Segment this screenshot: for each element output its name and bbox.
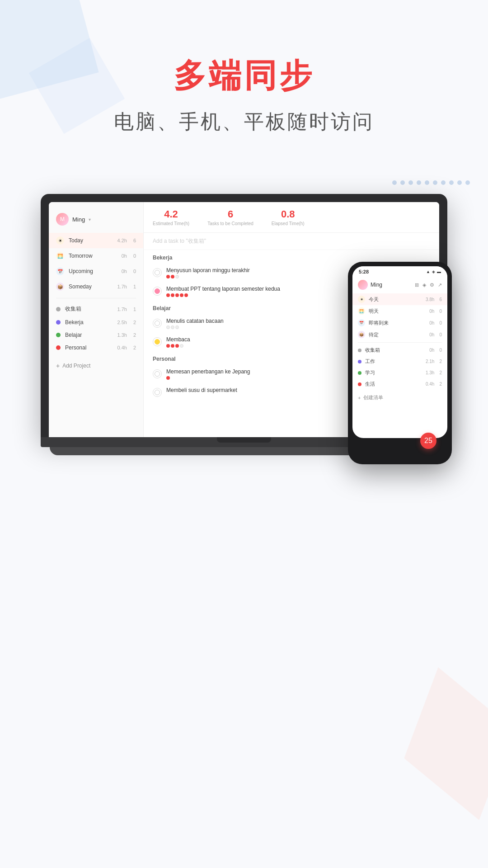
- sidebar-item-upcoming[interactable]: 📅 Upcoming 0h 0: [49, 264, 143, 279]
- bottom-decoration: [352, 687, 488, 868]
- plus-icon: +: [56, 362, 60, 369]
- project-inbox-time: 1.7h: [117, 307, 127, 312]
- dot-3[interactable]: [408, 180, 413, 185]
- phone-time: 5:28: [359, 269, 369, 274]
- nav-today-time: 4.2h: [117, 238, 127, 243]
- phone-nav-tomorrow[interactable]: 🌅 明天 0h 0: [352, 305, 447, 317]
- sun-icon: ☀: [56, 236, 64, 245]
- task-check-2[interactable]: [153, 287, 162, 296]
- project-work-time: 2.5h: [117, 320, 127, 325]
- phone-sun-icon: ☀: [358, 296, 365, 303]
- phone-status-bar: 5:28 ▲ ◈ ▬: [352, 266, 447, 277]
- phone-project-work[interactable]: 工作 2.1h 2: [352, 356, 447, 367]
- stat-tasks: 6 Tasks to be Completed: [207, 208, 253, 226]
- add-project-button[interactable]: + Add Project: [49, 358, 143, 374]
- dot-7[interactable]: [441, 180, 446, 185]
- project-personal-time: 0.4h: [117, 345, 127, 350]
- phone-project-inbox[interactable]: 收集箱 0h 0: [352, 344, 447, 356]
- nav-someday-count: 1: [133, 284, 136, 289]
- nav-today-count: 6: [133, 238, 136, 243]
- phone-tomorrow-time: 0h: [429, 309, 434, 314]
- phone-study-dot: [358, 371, 361, 375]
- phone-someday-label: 待定: [369, 331, 426, 338]
- nav-upcoming-count: 0: [133, 269, 136, 274]
- phone-sunrise-icon: 🌅: [358, 307, 365, 315]
- work-dot: [56, 320, 61, 325]
- sidebar-item-tomorrow[interactable]: 🌅 Tomorrow 0h 0: [49, 248, 143, 264]
- phone-nav-today[interactable]: ☀ 今天 3.8h 6: [352, 293, 447, 305]
- stat-elapsed-label: Elapsed Time(h): [272, 221, 305, 226]
- phone-project-study[interactable]: 学习 1.3h 2: [352, 367, 447, 378]
- phone-life-count: 2: [439, 382, 442, 387]
- project-inbox-count: 1: [133, 307, 136, 312]
- dot-9[interactable]: [457, 180, 462, 185]
- task-stars-5: [166, 376, 250, 380]
- phone-inbox-dot: [358, 349, 361, 352]
- phone-work-label: 工作: [365, 358, 422, 365]
- nav-someday-label: Someday: [69, 283, 113, 290]
- dot-8[interactable]: [449, 180, 454, 185]
- phone-fab-count: 25: [424, 437, 432, 445]
- phone-nav-someday[interactable]: 📦 待定 0h 0: [352, 329, 447, 340]
- add-project-label: Add Project: [62, 363, 90, 369]
- phone-fab-button[interactable]: 25: [420, 433, 436, 449]
- dot-4[interactable]: [417, 180, 421, 185]
- phone-upcoming-count: 0: [439, 321, 442, 326]
- project-inbox-label: 收集箱: [65, 305, 113, 313]
- phone-device: 5:28 ▲ ◈ ▬ Ming ⊞ ◈ ⚙ ↗: [348, 262, 452, 464]
- task-check-1[interactable]: [153, 268, 162, 277]
- battery-icon: ▬: [437, 269, 441, 274]
- phone-plus-icon: +: [358, 395, 361, 401]
- avatar: M: [56, 213, 69, 226]
- dot-10[interactable]: [465, 180, 470, 185]
- phone-life-dot: [358, 382, 361, 386]
- project-personal-label: Personal: [65, 344, 113, 351]
- dot-2[interactable]: [400, 180, 405, 185]
- sidebar-project-inbox[interactable]: 收集箱 1.7h 1: [49, 302, 143, 316]
- phone-add-project-button[interactable]: + 创建清单: [352, 392, 447, 404]
- task-stars-4: [166, 344, 190, 348]
- dot-5[interactable]: [425, 180, 429, 185]
- sidebar-project-work[interactable]: Bekerja 2.5h 2: [49, 316, 143, 329]
- box-icon: 📦: [56, 283, 64, 291]
- phone-status-icons: ▲ ◈ ▬: [426, 269, 441, 274]
- bottom-deco-shape: [384, 653, 488, 835]
- sidebar-item-someday[interactable]: 📦 Someday 1.7h 1: [49, 279, 143, 294]
- device-showcase: M Ming ▾ ☀ Today 4.2h 6 🌅 Tomorrow: [0, 194, 488, 455]
- phone-inbox-label: 收集箱: [365, 347, 426, 354]
- sidebar-item-today[interactable]: ☀ Today 4.2h 6: [49, 233, 143, 248]
- project-work-count: 2: [133, 320, 136, 325]
- phone-calendar-icon: 📅: [358, 319, 365, 326]
- task-stars-1: [166, 275, 250, 278]
- task-check-3[interactable]: [153, 319, 162, 328]
- task-check-5[interactable]: [153, 369, 162, 378]
- dot-6[interactable]: [433, 180, 437, 185]
- wifi-icon: ◈: [432, 269, 435, 274]
- nav-tomorrow-time: 0h: [122, 253, 127, 259]
- add-task-bar[interactable]: Add a task to "收集箱": [144, 233, 439, 250]
- task-check-4[interactable]: [153, 337, 162, 346]
- study-dot: [56, 333, 61, 337]
- hero-section: 多端同步 电脑、手机、平板随时访问: [0, 0, 488, 153]
- task-check-6[interactable]: [153, 388, 162, 397]
- sunrise-icon: 🌅: [56, 252, 64, 260]
- nav-upcoming-time: 0h: [122, 269, 127, 274]
- signal-icon: ▲: [426, 269, 430, 274]
- stat-tasks-value: 6: [207, 208, 253, 220]
- phone-someday-time: 0h: [429, 332, 434, 337]
- dot-1[interactable]: [392, 180, 397, 185]
- phone-project-life[interactable]: 生活 0.4h 2: [352, 378, 447, 390]
- phone-add-project-label: 创建清单: [363, 394, 383, 401]
- phone-avatar: [358, 280, 368, 290]
- phone-today-time: 3.8h: [426, 297, 434, 302]
- phone-work-dot: [358, 360, 361, 363]
- laptop-device: M Ming ▾ ☀ Today 4.2h 6 🌅 Tomorrow: [41, 194, 447, 455]
- sidebar-project-study[interactable]: Belajar 1.3h 2: [49, 329, 143, 341]
- project-study-time: 1.3h: [117, 332, 127, 338]
- personal-dot: [56, 345, 61, 350]
- phone-upcoming-label: 即将到来: [369, 320, 426, 326]
- task-stars-2: [166, 293, 280, 297]
- sidebar-project-personal[interactable]: Personal 0.4h 2: [49, 341, 143, 354]
- phone-nav-upcoming[interactable]: 📅 即将到来 0h 0: [352, 317, 447, 329]
- hero-subtitle: 电脑、手机、平板随时访问: [0, 108, 488, 135]
